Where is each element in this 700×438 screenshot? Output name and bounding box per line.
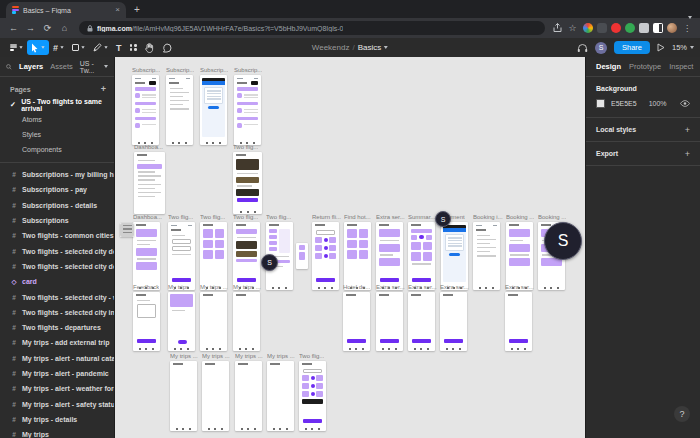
audio-headphones-icon[interactable] [577, 43, 588, 53]
color-hex-value[interactable]: E5E5E5 [611, 100, 637, 107]
frame-label[interactable]: Two flig... [168, 214, 193, 220]
canvas-frame[interactable]: Subscrip... [132, 75, 159, 145]
extension-icon-dark[interactable] [597, 23, 607, 33]
layer-row[interactable]: #Two flights - selected city inboun... [0, 305, 114, 320]
page-item[interactable]: Styles [0, 127, 114, 142]
layer-row[interactable]: #My trips - alert - natural catastrop... [0, 351, 114, 366]
canvas-frame[interactable]: Extra ser... [408, 292, 435, 351]
comment-tool-button[interactable] [158, 40, 176, 55]
resources-button[interactable] [126, 40, 142, 55]
chevron-down-icon[interactable] [384, 46, 388, 49]
frame-label[interactable]: My trips ... [267, 353, 295, 359]
pen-tool-button[interactable] [89, 40, 112, 55]
page-item[interactable]: ✓US - Two flights to same arrival [0, 97, 114, 112]
canvas-frame[interactable]: Subscrip... [234, 75, 261, 145]
tab-close-icon[interactable]: × [115, 6, 120, 14]
frame-label[interactable]: My trips ... [235, 353, 263, 359]
frame-label[interactable]: Extra ser... [408, 284, 437, 290]
frame-label[interactable]: Extra ser... [376, 214, 405, 220]
canvas-frame[interactable]: Subscrip... [166, 75, 193, 145]
frame-label[interactable]: Two flig... [266, 214, 291, 220]
add-export-button[interactable]: + [685, 149, 690, 159]
canvas-frame[interactable] [120, 223, 134, 237]
canvas-frame[interactable]: Two flig... [233, 152, 262, 214]
frame-label[interactable]: Booking ... [506, 214, 534, 220]
browser-tab[interactable]: Basics – Figma × [6, 2, 126, 18]
frame-label[interactable]: Subscrip... [132, 67, 160, 73]
frame-label[interactable]: My trips ... [202, 353, 230, 359]
canvas-frame[interactable]: Extra ser... [376, 292, 403, 351]
team-name[interactable]: Weekendz [312, 43, 350, 52]
canvas-frame[interactable]: Two flig... [168, 222, 195, 290]
frame-label[interactable]: My trips ... [200, 284, 228, 290]
canvas-frame[interactable]: My trips ... [170, 361, 197, 431]
layer-row[interactable]: #My trips - alert - weather forecast [0, 381, 114, 396]
help-button[interactable]: ? [674, 406, 690, 422]
bookmark-star-icon[interactable]: ☆ [566, 24, 579, 33]
canvas-frame[interactable]: Dashboa... [133, 222, 160, 290]
observer-avatar[interactable]: S [435, 211, 451, 227]
share-page-icon[interactable] [553, 23, 562, 33]
layer-row[interactable]: #Two flights - selected city details [0, 259, 114, 274]
tab-inspect[interactable]: Inspect [669, 62, 693, 71]
new-tab-button[interactable]: + [134, 2, 140, 18]
layer-row[interactable]: #My trips - alert - pandemic [0, 366, 114, 381]
canvas-frame[interactable]: My trips ... [235, 361, 262, 431]
background-color-row[interactable]: E5E5E5 100% [596, 99, 690, 108]
canvas-frame[interactable]: Payment [441, 222, 468, 290]
main-menu-button[interactable] [6, 40, 27, 55]
canvas-frame[interactable]: Booking i... [473, 222, 500, 290]
layer-row[interactable]: #Subscriptions - my billing history [0, 167, 114, 182]
frame-label[interactable]: Subscrip... [166, 67, 194, 73]
canvas-frame[interactable]: Find hot... [344, 222, 371, 290]
page-item[interactable]: Atoms [0, 112, 114, 127]
canvas-frame[interactable]: Summar... [408, 222, 435, 290]
layer-row[interactable]: #Subscriptions - details [0, 198, 114, 213]
frame-label[interactable]: Subscrip... [200, 67, 228, 73]
layer-row[interactable]: #Two flights - selected city details ... [0, 243, 114, 258]
home-icon[interactable]: ⌂ [58, 24, 71, 33]
canvas-frame[interactable]: Booking ... [506, 222, 533, 290]
canvas-frame[interactable]: Dashboa... [134, 152, 165, 214]
user-avatar[interactable]: S [595, 42, 607, 54]
layer-row[interactable]: #Two flights - selected city - weat... [0, 289, 114, 304]
browser-menu-icon[interactable]: ⋮ [681, 24, 693, 33]
extension-icon-colorful[interactable] [583, 23, 593, 33]
frame-label[interactable]: Booking i... [473, 214, 503, 220]
frame-label[interactable]: Return fli... [312, 214, 341, 220]
present-play-icon[interactable] [657, 43, 665, 52]
layer-row[interactable]: #My trips - add external trip [0, 335, 114, 350]
frame-label[interactable]: Two flig... [233, 214, 258, 220]
frame-label[interactable]: Feedback [133, 284, 159, 290]
canvas-frame[interactable]: Hotel de... [343, 292, 370, 351]
canvas-frame[interactable]: My trips ... [233, 292, 260, 351]
canvas-frame[interactable]: Feedback [133, 292, 160, 351]
canvas-frame[interactable]: Extra ser... [440, 292, 467, 351]
extension-icon-green[interactable] [625, 23, 635, 33]
canvas-frame[interactable]: Subscrip... [200, 75, 227, 145]
tab-search-chevron-icon[interactable] [688, 5, 692, 23]
tab-prototype[interactable]: Prototype [629, 62, 661, 71]
frame-label[interactable]: Two flig... [299, 353, 324, 359]
layer-row[interactable]: ◇card [0, 274, 114, 289]
layer-row[interactable]: #My trips - alert - safety status cha... [0, 396, 114, 411]
frame-label[interactable]: Dashboa... [133, 214, 162, 220]
canvas-frame[interactable]: My trips ... [267, 361, 294, 431]
shape-tool-button[interactable] [68, 40, 89, 55]
canvas-frame[interactable]: Two flig... [200, 222, 227, 290]
canvas[interactable]: Subscrip...Subscrip...Subscrip...Subscri… [115, 57, 585, 438]
page-selector[interactable]: US - Tw... [80, 60, 108, 74]
visibility-eye-icon[interactable] [680, 100, 690, 107]
color-swatch[interactable] [596, 99, 605, 108]
reload-icon[interactable]: ⟳ [41, 24, 54, 33]
tab-layers[interactable]: Layers [19, 62, 43, 71]
page-item[interactable]: Components [0, 142, 114, 157]
zoom-control[interactable]: 15% [672, 43, 694, 52]
search-icon[interactable] [6, 63, 12, 71]
extensions-puzzle-icon[interactable] [639, 23, 649, 33]
tab-assets[interactable]: Assets [50, 62, 73, 71]
frame-label[interactable]: My trips ... [170, 353, 198, 359]
observer-avatar[interactable]: S [261, 254, 278, 271]
forward-icon[interactable]: → [24, 24, 37, 33]
frame-label[interactable]: Extra ser... [376, 284, 405, 290]
